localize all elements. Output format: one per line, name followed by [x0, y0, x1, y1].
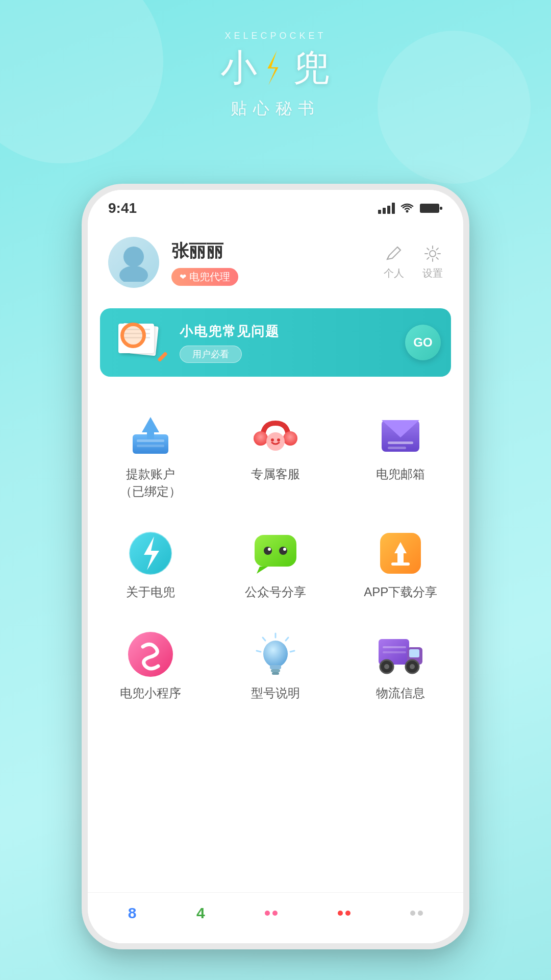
svg-rect-49: [383, 651, 406, 653]
svg-line-34: [290, 651, 294, 652]
menu-label-download: APP下载分享: [364, 583, 437, 601]
menu-label-service: 专属客服: [251, 465, 300, 483]
headphone-icon: [250, 412, 301, 458]
svg-rect-39: [271, 669, 280, 672]
svg-rect-2: [440, 207, 442, 210]
svg-rect-1: [420, 204, 439, 213]
profile-section: 张丽丽 ❤ 电兜代理 个人: [88, 222, 463, 298]
bulb-icon: [250, 631, 301, 677]
menu-label-share: 公众号分享: [245, 583, 306, 601]
headphone-svg-icon: [253, 415, 298, 456]
banner-content: 小电兜常见问题 用户必看: [180, 323, 399, 363]
svg-point-25: [279, 547, 287, 555]
menu-item-service[interactable]: 专属客服: [213, 397, 338, 515]
profile-info: 张丽丽 ❤ 电兜代理: [171, 239, 384, 286]
banner-go-label: GO: [413, 335, 432, 350]
nav-dot-gray-1: [410, 911, 415, 916]
withdraw-icon: [125, 412, 176, 458]
svg-point-4: [119, 266, 148, 282]
menu-label-miniapp: 电兜小程序: [120, 684, 181, 702]
svg-line-33: [286, 638, 288, 641]
svg-point-26: [268, 548, 271, 551]
nav-item-4[interactable]: [338, 911, 350, 916]
svg-rect-22: [255, 535, 296, 567]
action-settings[interactable]: 设置: [422, 245, 443, 280]
svg-rect-40: [272, 672, 279, 675]
phone-screen: 9:41: [88, 190, 463, 943]
avatar: [108, 237, 159, 288]
svg-marker-23: [257, 567, 268, 574]
truck-svg-icon: [378, 634, 423, 675]
svg-rect-18: [388, 442, 413, 444]
gear-icon: [424, 245, 441, 262]
svg-rect-19: [388, 447, 406, 449]
nav-item-2[interactable]: 4: [196, 904, 205, 922]
nav-dot-pink-2: [272, 911, 278, 916]
nav-dot-red-2: [345, 911, 350, 916]
banner-go-button[interactable]: GO: [405, 325, 441, 360]
action-settings-label: 设置: [422, 266, 443, 280]
svg-rect-38: [270, 665, 281, 669]
svg-rect-8: [147, 432, 154, 439]
svg-point-27: [283, 548, 286, 551]
menu-label-about: 关于电兜: [126, 583, 175, 601]
edit-icon: [385, 245, 403, 262]
avatar-person-icon: [116, 243, 152, 282]
svg-rect-10: [137, 445, 164, 447]
nav-badge-1: 8: [128, 904, 137, 922]
banner-illustration: [110, 320, 171, 365]
menu-item-about[interactable]: 关于电兜: [88, 515, 213, 616]
magnifier-handle: [157, 352, 168, 362]
lightning-circle-icon: [125, 530, 176, 576]
notch: [224, 190, 327, 207]
menu-label-logistics: 物流信息: [376, 684, 425, 702]
brand-tagline: 贴心秘书: [220, 97, 331, 120]
svg-line-35: [263, 638, 265, 641]
lightning-circle-svg-icon: [128, 530, 173, 576]
brand-logo: 小 兜: [220, 43, 331, 92]
svg-point-5: [430, 251, 436, 257]
svg-point-24: [264, 547, 272, 555]
profile-actions: 个人 设置: [384, 245, 443, 280]
menu-item-download[interactable]: APP下载分享: [338, 515, 463, 616]
svg-point-14: [271, 438, 274, 442]
nav-dot-red-1: [338, 911, 343, 916]
menu-item-mail[interactable]: 电兜邮箱: [338, 397, 463, 515]
menu-item-miniapp[interactable]: 电兜小程序: [88, 616, 213, 717]
menu-item-model[interactable]: 型号说明: [213, 616, 338, 717]
profile-badge: ❤ 电兜代理: [171, 268, 238, 286]
nav-item-3[interactable]: [265, 911, 278, 916]
svg-point-45: [384, 664, 389, 669]
action-personal[interactable]: 个人: [384, 245, 404, 280]
brand-en-text: XELECPOCKET: [220, 31, 331, 41]
menu-item-share[interactable]: 公众号分享: [213, 515, 338, 616]
magnifier-circle: [120, 323, 146, 348]
banner[interactable]: 小电兜常见问题 用户必看 GO: [100, 308, 451, 377]
menu-label-mail: 电兜邮箱: [376, 465, 425, 483]
miniapp-icon: [125, 631, 176, 677]
nav-dots-gray: [410, 911, 423, 916]
svg-point-12: [283, 431, 297, 446]
menu-item-logistics[interactable]: 物流信息: [338, 616, 463, 717]
signal-bar-2: [383, 208, 386, 214]
svg-point-47: [410, 664, 415, 669]
menu-grid: 提款账户 （已绑定）: [88, 387, 463, 727]
menu-label-withdraw: 提款账户 （已绑定）: [120, 465, 181, 500]
nav-item-1[interactable]: 8: [128, 904, 137, 922]
battery-icon: [419, 202, 443, 214]
bulb-svg-icon: [253, 631, 298, 677]
nav-item-5[interactable]: [410, 911, 423, 916]
status-icons: [378, 202, 443, 214]
nav-badge-2: 4: [196, 904, 205, 922]
svg-rect-43: [409, 649, 419, 657]
svg-point-0: [406, 210, 409, 213]
mail-icon: [375, 412, 426, 458]
bg-circle-1: [0, 0, 163, 163]
phone-mockup: 9:41: [82, 184, 469, 949]
nav-dot-pink-1: [265, 911, 270, 916]
svg-point-37: [263, 641, 288, 667]
svg-rect-30: [391, 562, 410, 566]
truck-icon: [375, 631, 426, 677]
menu-item-withdraw[interactable]: 提款账户 （已绑定）: [88, 397, 213, 515]
withdraw-svg-icon: [128, 415, 173, 456]
